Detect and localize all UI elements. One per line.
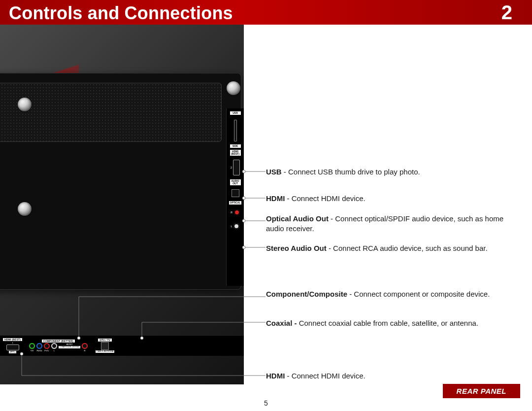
hdmi-1-number: 1	[12, 342, 13, 344]
optical-desc-bold: Optical Audio Out	[266, 214, 329, 223]
stereo-desc-bold: Stereo Audio Out	[266, 244, 327, 252]
dtv-title: DTV / TV	[98, 339, 112, 342]
rca-white-port-icon	[233, 223, 239, 229]
component-description: Component/Composite - Connect component …	[266, 289, 522, 299]
hdmi-bottom-description: HDMI - Connect HDMI device.	[266, 371, 522, 381]
hdmi-arc-label: (ARC)	[9, 351, 16, 353]
usb-description: USB - Connect USB thumb drive to play ph…	[266, 167, 522, 177]
hdmi-best-title: HDMI (BEST)	[3, 338, 22, 341]
hdmi-1-group: HDMI (BEST) 1 (ARC)	[3, 338, 22, 353]
audio-out-text: OUT	[233, 182, 238, 185]
usb-port-label: USB	[230, 111, 241, 115]
coax-description: Coaxial - Connect coaxial cable from cab…	[266, 318, 522, 328]
optical-description: Optical Audio Out - Connect optical/SPDI…	[266, 214, 522, 233]
chapter-number: 2	[501, 1, 512, 24]
tv-texture-panel	[0, 83, 222, 142]
mount-screw-icon	[18, 98, 32, 111]
page-number: 5	[264, 399, 268, 407]
bottom-port-panel: HDMI (BEST) 1 (ARC) COMPONENT (BETTER) Y…	[0, 335, 244, 356]
tv-rear-illustration: USB SIDE HDMI (BEST) 2 AUDIO OUT OPTICAL…	[0, 25, 244, 384]
component-desc-bold: Component/Composite	[266, 290, 347, 298]
rear-panel-tag: REAR PANEL	[443, 384, 520, 398]
coax-desc-text: Connect coaxial cable from cable, satell…	[299, 319, 478, 327]
audio-out-label: AUDIO OUT	[230, 179, 241, 185]
yv-label: Y/V	[31, 349, 33, 352]
prcr-label: Pr/Cr	[44, 349, 49, 352]
side-port-panel: USB SIDE HDMI (BEST) 2 AUDIO OUT OPTICAL…	[226, 108, 244, 286]
coax-desc-bold: Coaxial -	[266, 319, 299, 327]
hdmi-side-desc-bold: HDMI	[266, 194, 285, 203]
hdmi-side-desc-text: - Connect HDMI device.	[285, 194, 365, 203]
rca-r-label: R	[231, 211, 233, 214]
hdmi-best-text: (BEST)	[231, 152, 239, 155]
main-content: USB SIDE HDMI (BEST) 2 AUDIO OUT OPTICAL…	[0, 25, 532, 411]
yv-port-icon	[29, 343, 35, 349]
optical-port-icon	[232, 189, 239, 197]
hdmi-bottom-desc-text: - Connect HDMI device.	[285, 372, 365, 380]
stereo-description: Stereo Audio Out - Connect RCA audio dev…	[266, 243, 522, 253]
pbcb-port-icon	[36, 343, 42, 349]
chapter-title: Controls and Connections	[9, 3, 233, 24]
hdmi-bottom-desc-bold: HDMI	[266, 372, 285, 380]
mount-screw-icon	[227, 81, 240, 95]
component-desc-text: - Connect component or composite device.	[347, 290, 490, 298]
side-label: SIDE	[230, 144, 241, 148]
usb-port-icon	[234, 120, 237, 141]
audio-l-label: L	[54, 349, 55, 352]
chapter-header: Controls and Connections 2	[0, 0, 532, 25]
rca-red-port-icon	[234, 209, 240, 215]
usb-desc-bold: USB	[266, 168, 282, 176]
dtv-group: DTV / TV CABLE /ANTENNA	[96, 339, 114, 353]
stereo-desc-text: - Connect RCA audio device, such as soun…	[327, 244, 488, 252]
coax-port-icon	[101, 342, 109, 350]
composite-title: COMPOSITE (GOOD)	[59, 346, 80, 348]
hdmi-2-number: 2	[231, 167, 232, 169]
pbcb-label: Pb/Cb	[36, 349, 42, 352]
component-group: COMPONENT (BETTER) Y/V Pb/Cb Pr/Cr L AUD…	[29, 340, 88, 352]
hdmi-1-port-icon	[6, 344, 19, 350]
hdmi-port-label: HDMI (BEST)	[230, 150, 241, 156]
audio-l-port-icon	[51, 343, 57, 349]
component-title: COMPONENT (BETTER)	[42, 340, 75, 342]
cable-antenna-label: CABLE /ANTENNA	[96, 350, 114, 353]
audio-r-label: R	[84, 349, 86, 352]
mount-screw-icon	[18, 202, 32, 216]
hdmi-side-description: HDMI - Connect HDMI device.	[266, 194, 522, 204]
usb-desc-text: - Connect USB thumb drive to play photo.	[282, 168, 420, 176]
prcr-port-icon	[44, 343, 50, 349]
optical-label: OPTICAL	[229, 201, 242, 205]
audio-r-port-icon	[82, 343, 88, 349]
rca-l-label: L	[231, 225, 233, 228]
hdmi-port-icon	[233, 160, 240, 175]
